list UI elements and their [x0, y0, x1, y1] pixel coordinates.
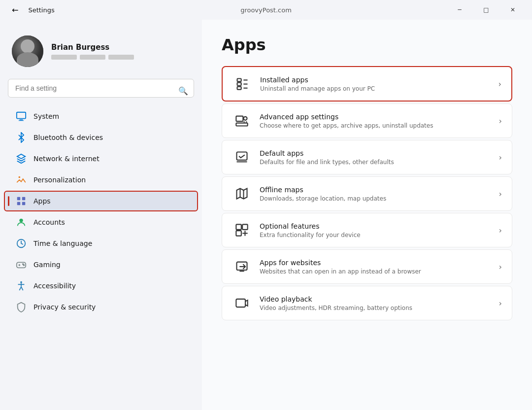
optional-features-title: Optional features [260, 222, 495, 230]
profile-bar-1 [51, 55, 77, 60]
sidebar-label-accounts: Accounts [33, 218, 65, 226]
maximize-button[interactable]: □ [475, 2, 498, 18]
back-button[interactable]: ← [8, 3, 22, 17]
titlebar-controls: ─ □ ✕ [448, 2, 524, 18]
minimize-button[interactable]: ─ [448, 2, 471, 18]
advanced-app-settings-chevron: › [499, 116, 502, 126]
svg-point-14 [24, 265, 25, 266]
default-apps-icon [232, 147, 252, 167]
video-playback-text: Video playback Video adjustments, HDR st… [260, 295, 495, 311]
network-icon [16, 153, 27, 164]
apps-for-websites-icon [232, 257, 252, 276]
search-container: 🔍 [0, 79, 202, 105]
offline-maps-chevron: › [499, 189, 502, 199]
profile-bars [51, 55, 134, 60]
svg-rect-2 [19, 120, 24, 121]
svg-line-19 [21, 287, 23, 290]
svg-rect-7 [22, 202, 25, 205]
svg-rect-34 [236, 224, 241, 230]
apps-for-websites-text: Apps for websites Websites that can open… [260, 259, 495, 275]
close-button[interactable]: ✕ [501, 2, 524, 18]
video-playback-icon [232, 293, 252, 313]
optional-features-text: Optional features Extra functionality fo… [260, 222, 495, 239]
svg-point-8 [19, 219, 23, 222]
sidebar-item-time[interactable]: Time & language [4, 233, 198, 254]
svg-point-15 [20, 281, 22, 283]
advanced-app-settings-desc: Choose where to get apps, archive apps, … [260, 122, 495, 129]
video-playback-desc: Video adjustments, HDR streaming, batter… [260, 305, 495, 311]
installed-apps-chevron: › [499, 79, 501, 89]
apps-for-websites-title: Apps for websites [260, 259, 495, 267]
sidebar-item-apps[interactable]: Apps [4, 191, 198, 211]
setting-item-installed-apps[interactable]: Installed apps Uninstall and manage apps… [222, 66, 512, 102]
sidebar-item-system[interactable]: System [4, 106, 198, 127]
video-playback-title: Video playback [260, 295, 495, 303]
installed-apps-text: Installed apps Uninstall and manage apps… [260, 76, 495, 92]
app-title: Settings [28, 6, 54, 14]
video-playback-chevron: › [499, 299, 502, 308]
sidebar-item-network[interactable]: Network & internet [4, 148, 198, 169]
svg-rect-1 [19, 119, 23, 120]
apps-for-websites-desc: Websites that can open in an app instead… [260, 268, 495, 275]
sidebar-label-system: System [33, 112, 59, 120]
time-icon [16, 238, 27, 249]
svg-rect-29 [237, 152, 247, 160]
sidebar: Brian Burgess 🔍 [0, 20, 202, 410]
setting-item-default-apps[interactable]: Default apps Defaults for file and link … [222, 140, 512, 174]
sidebar-label-privacy: Privacy & security [33, 303, 96, 311]
profile-section: Brian Burgess [0, 28, 202, 79]
advanced-app-settings-text: Advanced app settings Choose where to ge… [260, 113, 495, 129]
search-icon: 🔍 [178, 86, 188, 96]
svg-marker-31 [237, 189, 247, 199]
installed-apps-title: Installed apps [260, 76, 495, 84]
sidebar-item-accessibility[interactable]: Accessibility [4, 275, 198, 296]
setting-item-video-playback[interactable]: Video playback Video adjustments, HDR st… [222, 286, 512, 320]
sidebar-label-gaming: Gaming [33, 261, 61, 269]
privacy-icon [16, 302, 27, 312]
apps-for-websites-chevron: › [499, 262, 502, 272]
optional-features-chevron: › [499, 226, 502, 235]
default-apps-title: Default apps [260, 149, 495, 157]
sidebar-label-bluetooth: Bluetooth & devices [33, 134, 103, 141]
system-icon [16, 111, 27, 122]
offline-maps-desc: Downloads, storage location, map updates [260, 195, 495, 202]
sidebar-item-personalization[interactable]: Personalization [4, 170, 198, 190]
svg-point-3 [19, 176, 21, 178]
default-apps-chevron: › [499, 153, 502, 162]
setting-item-optional-features[interactable]: Optional features Extra functionality fo… [222, 213, 512, 247]
sidebar-label-network: Network & internet [33, 155, 100, 163]
sidebar-item-accounts[interactable]: Accounts [4, 212, 198, 233]
avatar [12, 35, 43, 67]
setting-item-apps-for-websites[interactable]: Apps for websites Websites that can open… [222, 249, 512, 284]
sidebar-item-gaming[interactable]: Gaming [4, 254, 198, 275]
installed-apps-icon [233, 74, 252, 94]
bluetooth-icon [16, 132, 27, 143]
profile-bar-2 [80, 55, 105, 60]
sidebar-item-privacy[interactable]: Privacy & security [4, 297, 198, 317]
svg-rect-5 [22, 197, 25, 200]
personalization-icon [16, 174, 27, 185]
svg-rect-6 [17, 202, 20, 205]
offline-maps-title: Offline maps [260, 186, 495, 194]
profile-info: Brian Burgess [51, 43, 134, 60]
setting-item-offline-maps[interactable]: Offline maps Downloads, storage location… [222, 176, 512, 211]
gaming-icon [16, 259, 27, 270]
search-input[interactable] [8, 79, 194, 98]
svg-rect-39 [237, 262, 247, 270]
svg-rect-20 [237, 79, 241, 82]
profile-bar-3 [108, 55, 134, 60]
profile-name: Brian Burgess [51, 43, 134, 52]
sidebar-nav: System Bluetooth & devices Network & int… [0, 105, 202, 318]
avatar-image [12, 35, 43, 67]
titlebar: ← Settings groovyPost.com ─ □ ✕ [0, 0, 532, 20]
svg-rect-28 [236, 123, 247, 126]
sidebar-item-bluetooth[interactable]: Bluetooth & devices [4, 127, 198, 148]
accessibility-icon [16, 280, 27, 291]
svg-rect-26 [236, 116, 243, 122]
sidebar-label-time: Time & language [33, 239, 92, 247]
app-window: Brian Burgess 🔍 [0, 20, 532, 410]
setting-item-advanced-app-settings[interactable]: Advanced app settings Choose where to ge… [222, 103, 512, 138]
sidebar-label-accessibility: Accessibility [33, 282, 76, 290]
main-content: Apps Installed apps Uninstall an [202, 20, 532, 410]
svg-rect-0 [17, 112, 26, 119]
